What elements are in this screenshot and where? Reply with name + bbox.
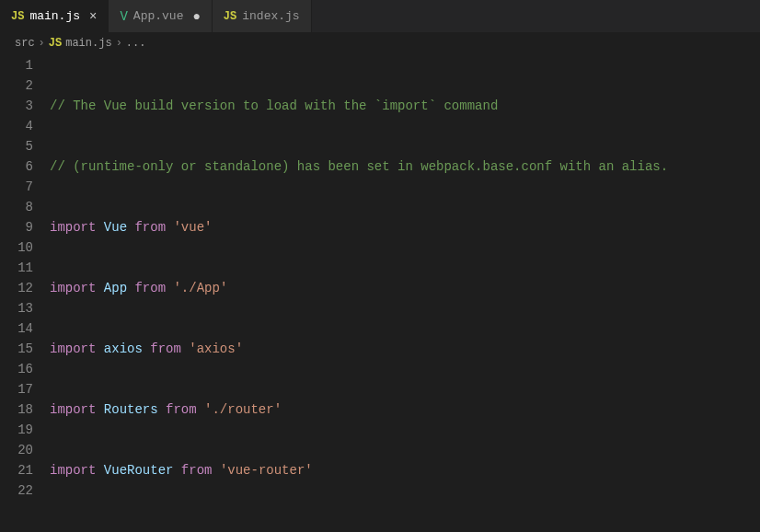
vue-icon: V [120,9,127,24]
code-text: './router' [204,402,282,417]
line-number: 13 [0,298,33,318]
code-text: Routers [104,402,158,417]
tab-bar: JS main.js × V App.vue ● JS index.js [0,0,760,33]
line-number: 19 [0,420,33,440]
code-text: import [50,220,96,235]
line-number-gutter: 1 2 3 4 5 6 7 8 9 10 11 12 13 14 15 16 1… [0,55,50,532]
js-icon: JS [49,37,62,50]
code-content[interactable]: // The Vue build version to load with th… [50,55,760,532]
tab-label: main.js [29,9,80,23]
line-number: 4 [0,116,33,136]
tab-label: index.js [242,9,299,23]
code-text: from [134,220,166,235]
code-editor[interactable]: 1 2 3 4 5 6 7 8 9 10 11 12 13 14 15 16 1… [0,53,760,532]
line-number: 15 [0,339,33,359]
line-number: 2 [0,75,33,96]
breadcrumb-more: ... [126,37,146,50]
tab-label: App.vue [133,9,184,23]
line-number: 12 [0,278,33,298]
tab-app-vue[interactable]: V App.vue ● [109,0,212,32]
line-number: 6 [0,156,33,177]
code-text: axios [104,341,143,356]
chevron-right-icon: › [39,37,45,50]
code-text: import [50,281,96,295]
js-icon: JS [224,10,236,23]
code-text: Vue [104,220,127,235]
chevron-right-icon: › [116,37,122,50]
code-text: // The Vue build version to load with th… [50,98,498,113]
line-number: 1 [0,55,33,75]
line-number: 17 [0,379,33,399]
line-number: 10 [0,237,33,258]
line-number: 11 [0,258,33,278]
breadcrumb[interactable]: src › JS main.js › ... [0,33,760,53]
code-text: // (runtime-only or standalone) has been… [50,159,668,174]
code-text: from [134,281,166,295]
line-number: 20 [0,440,33,460]
line-number: 9 [0,217,33,237]
code-text: from [150,341,181,356]
close-icon[interactable]: × [89,9,97,24]
line-number: 7 [0,177,33,197]
dirty-icon: ● [192,9,200,24]
code-text: 'vue-router' [220,463,313,478]
line-number: 16 [0,359,33,379]
js-icon: JS [11,10,24,23]
line-number: 3 [0,96,33,116]
line-number: 14 [0,318,33,339]
line-number: 8 [0,197,33,217]
breadcrumb-folder: src [15,37,35,50]
code-text: import [50,402,96,417]
code-text: App [104,281,127,295]
code-text: './App' [173,281,227,295]
line-number: 21 [0,460,33,480]
line-number: 18 [0,399,33,420]
tab-main-js[interactable]: JS main.js × [0,0,109,32]
code-text: 'vue' [173,220,212,235]
breadcrumb-file: main.js [65,37,111,50]
tab-index-js[interactable]: JS index.js [213,0,312,32]
line-number: 5 [0,136,33,156]
line-number: 22 [0,480,33,501]
code-text: import [50,341,96,356]
code-text: VueRouter [104,463,174,478]
code-text: from [166,402,197,417]
code-text: import [50,463,96,478]
code-text: 'axios' [189,341,243,356]
code-text: from [181,463,213,478]
